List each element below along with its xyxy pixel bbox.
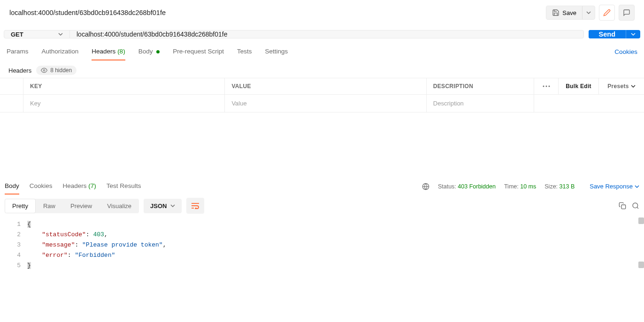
- svg-point-9: [633, 203, 638, 208]
- chevron-down-icon: [58, 32, 63, 37]
- hidden-headers-text: 8 hidden: [50, 67, 72, 74]
- svg-line-10: [637, 207, 638, 209]
- key-input[interactable]: [30, 100, 218, 107]
- tab-headers-label: Headers: [92, 48, 115, 55]
- save-label: Save: [562, 9, 576, 16]
- request-title: localhost:4000/student/63bd0cb916438dc26…: [9, 9, 546, 16]
- tab-body[interactable]: Body: [138, 43, 160, 60]
- headers-table: KEY VALUE DESCRIPTION Bulk Edit Presets: [0, 78, 644, 112]
- code-content: { "statusCode": 403, "message": "Please …: [27, 219, 644, 271]
- row-checkbox[interactable]: [0, 95, 23, 112]
- col-key: KEY: [23, 78, 225, 94]
- format-label: JSON: [150, 202, 167, 210]
- edit-button[interactable]: [599, 5, 615, 21]
- url-input[interactable]: [70, 30, 583, 38]
- line-gutter: 12345: [0, 219, 27, 271]
- svg-rect-8: [621, 205, 626, 209]
- copy-button[interactable]: [619, 202, 626, 210]
- presets-label: Presets: [607, 83, 629, 90]
- size-meta: Size: 313 B: [544, 183, 575, 190]
- headers-label: Headers: [8, 67, 31, 74]
- resp-tab-body[interactable]: Body: [5, 179, 19, 194]
- save-dropdown[interactable]: [582, 6, 595, 19]
- status-value: 403 Forbidden: [458, 183, 496, 190]
- size-label: Size:: [544, 183, 558, 190]
- response-body[interactable]: 12345 { "statusCode": 403, "message": "P…: [0, 217, 644, 280]
- col-checkbox: [0, 78, 23, 94]
- value-input[interactable]: [231, 100, 419, 107]
- view-preview[interactable]: Preview: [63, 199, 100, 213]
- format-select[interactable]: JSON: [144, 199, 182, 213]
- chevron-down-icon: [170, 203, 175, 208]
- col-description: DESCRIPTION: [427, 78, 534, 94]
- tab-body-label: Body: [138, 48, 153, 55]
- method-value: GET: [11, 31, 23, 38]
- status-label: Status:: [438, 183, 456, 190]
- time-label: Time:: [504, 183, 519, 190]
- view-visualize[interactable]: Visualize: [100, 199, 139, 213]
- body-indicator-dot: [156, 50, 160, 53]
- pencil-icon: [603, 9, 611, 16]
- more-icon: [543, 85, 550, 87]
- presets-dropdown[interactable]: Presets: [599, 78, 644, 94]
- svg-point-1: [543, 86, 544, 87]
- tab-headers[interactable]: Headers (8): [92, 43, 125, 60]
- time-value: 10 ms: [520, 183, 536, 190]
- globe-icon[interactable]: [422, 183, 429, 190]
- tab-settings[interactable]: Settings: [265, 43, 288, 60]
- method-select[interactable]: GET: [4, 30, 70, 38]
- send-button-group: Send: [589, 30, 640, 38]
- chevron-down-icon: [586, 10, 591, 15]
- scrollbar-thumb[interactable]: [638, 262, 644, 268]
- bulk-edit[interactable]: Bulk Edit: [559, 78, 599, 94]
- resp-tab-headers-count: (7): [88, 182, 96, 189]
- save-button-group: Save: [546, 6, 595, 20]
- status-meta: Status: 403 Forbidden: [438, 183, 496, 190]
- send-button[interactable]: Send: [589, 30, 626, 38]
- resp-tab-headers-label: Headers: [63, 182, 87, 189]
- save-icon: [552, 9, 560, 16]
- wrap-icon: [191, 202, 199, 209]
- resp-tab-test-results[interactable]: Test Results: [107, 179, 141, 194]
- save-response-label: Save Response: [590, 183, 633, 190]
- time-meta: Time: 10 ms: [504, 183, 536, 190]
- wrap-lines-button[interactable]: [186, 198, 204, 214]
- chevron-down-icon: [635, 184, 639, 189]
- size-value: 313 B: [560, 183, 575, 190]
- col-more[interactable]: [534, 78, 559, 94]
- chevron-down-icon: [631, 32, 636, 37]
- view-tabs: Pretty Raw Preview Visualize: [5, 199, 139, 213]
- comment-icon: [623, 9, 630, 16]
- save-button[interactable]: Save: [546, 6, 582, 19]
- row-actions-space: [534, 95, 644, 112]
- view-pretty[interactable]: Pretty: [5, 199, 36, 213]
- eye-icon: [41, 67, 47, 74]
- tab-headers-count: (8): [117, 48, 125, 55]
- send-dropdown[interactable]: [626, 30, 640, 38]
- tab-authorization[interactable]: Authorization: [42, 43, 79, 60]
- resp-tab-cookies[interactable]: Cookies: [30, 179, 53, 194]
- scrollbar-thumb[interactable]: [638, 217, 644, 224]
- svg-point-3: [548, 86, 550, 87]
- description-input[interactable]: [433, 100, 527, 107]
- hidden-headers-toggle[interactable]: 8 hidden: [36, 66, 77, 75]
- search-button[interactable]: [632, 202, 639, 210]
- comment-button[interactable]: [619, 5, 635, 21]
- svg-point-2: [545, 86, 547, 87]
- tab-params[interactable]: Params: [7, 43, 29, 60]
- cookies-link[interactable]: Cookies: [614, 48, 637, 55]
- save-response[interactable]: Save Response: [590, 183, 639, 190]
- svg-point-0: [43, 69, 45, 71]
- chevron-down-icon: [631, 84, 636, 89]
- view-raw[interactable]: Raw: [36, 199, 63, 213]
- tab-tests[interactable]: Tests: [237, 43, 252, 60]
- tab-prerequest[interactable]: Pre-request Script: [173, 43, 224, 60]
- method-url-bar: GET: [4, 30, 584, 38]
- resp-tab-headers[interactable]: Headers (7): [63, 179, 96, 194]
- col-value: VALUE: [225, 78, 426, 94]
